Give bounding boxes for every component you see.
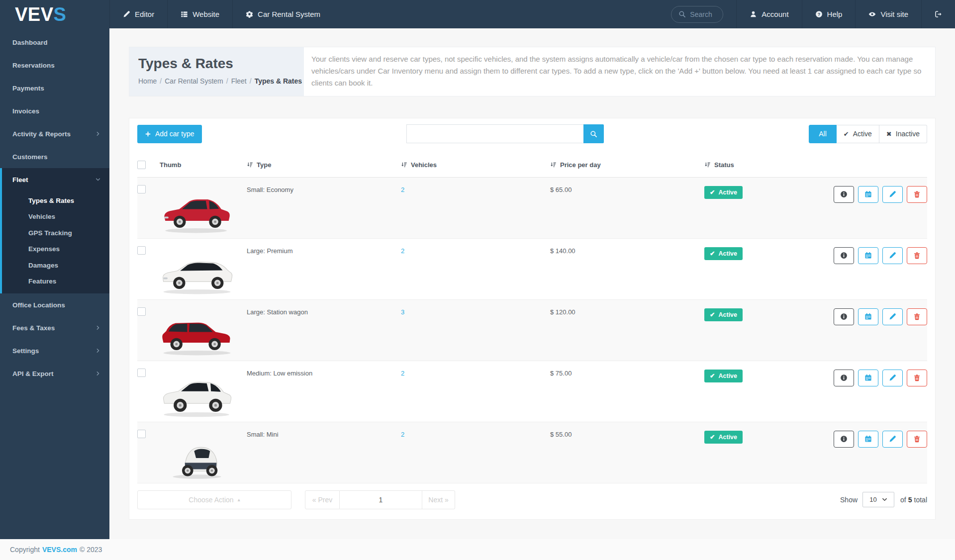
delete-button[interactable] — [907, 186, 927, 203]
edit-button[interactable] — [882, 186, 903, 203]
column-header-status[interactable]: Status — [704, 153, 834, 177]
sidebar-item-reservations[interactable]: Reservations — [0, 54, 109, 77]
info-button[interactable] — [834, 431, 854, 448]
search-icon — [590, 130, 597, 138]
filter-all[interactable]: All — [809, 125, 837, 143]
sidebar-item-expenses[interactable]: Expenses — [2, 241, 109, 258]
edit-button[interactable] — [882, 247, 903, 264]
add-car-type-button[interactable]: Add car type — [137, 125, 202, 143]
sidebar-item-gps-tracking[interactable]: GPS Tracking — [2, 225, 109, 241]
calendar-button[interactable] — [858, 370, 878, 386]
sidebar-item-features[interactable]: Features — [2, 274, 109, 290]
delete-button[interactable] — [907, 308, 927, 325]
check-icon: ✔ — [710, 433, 715, 441]
sidebar-item-label: Office Locations — [12, 301, 65, 309]
delete-button[interactable] — [907, 370, 927, 386]
delete-button[interactable] — [907, 247, 927, 264]
row-actions — [834, 186, 927, 203]
row-checkbox[interactable] — [137, 307, 146, 316]
column-header-type[interactable]: Type — [247, 153, 401, 177]
row-checkbox[interactable] — [137, 430, 146, 438]
row-checkbox[interactable] — [137, 369, 146, 377]
sidebar-item-label: Reservations — [12, 62, 55, 69]
gear-icon — [246, 10, 253, 18]
status-label: Active — [718, 250, 737, 257]
calendar-button[interactable] — [858, 308, 878, 325]
logo-text-white: VEV — [15, 5, 54, 24]
info-button[interactable] — [834, 308, 854, 325]
status-badge: ✔Active — [704, 431, 743, 444]
sidebar-item-customers[interactable]: Customers — [0, 145, 109, 168]
show-label: Show — [840, 496, 858, 504]
row-checkbox[interactable] — [137, 246, 146, 255]
caret-up-icon: ▴ — [238, 497, 240, 502]
check-icon: ✔ — [710, 311, 715, 318]
navbar-search-input[interactable] — [690, 10, 716, 18]
breadcrumb-home[interactable]: Home — [138, 77, 157, 85]
nav-item-car-rental-system[interactable]: Car Rental System — [232, 0, 333, 28]
vevs-com-link[interactable]: VEVS.com — [42, 546, 77, 554]
info-button[interactable] — [834, 186, 854, 203]
sidebar-item-fleet[interactable]: Fleet — [2, 168, 109, 191]
page-size-select[interactable]: 10 — [862, 492, 894, 507]
check-icon: ✔ — [844, 130, 849, 138]
info-button[interactable] — [834, 370, 854, 386]
prev-page-button[interactable]: « Prev — [305, 490, 340, 509]
nav-item-website[interactable]: Website — [167, 0, 232, 28]
column-header-price-per-day[interactable]: Price per day — [550, 153, 704, 177]
row-actions — [834, 431, 927, 448]
sidebar-item-activity-reports[interactable]: Activity & Reports — [0, 122, 109, 145]
select-all-checkbox[interactable] — [137, 161, 146, 169]
breadcrumb-car-rental-system[interactable]: Car Rental System — [165, 77, 223, 85]
edit-button[interactable] — [882, 308, 903, 325]
nav-item-account[interactable]: Account — [736, 0, 801, 28]
nav-item-editor[interactable]: Editor — [109, 0, 167, 28]
sidebar-section-fleet: FleetTypes & RatesVehiclesGPS TrackingEx… — [0, 168, 109, 293]
car-type: Small: Mini — [247, 422, 401, 483]
calendar-button[interactable] — [858, 186, 878, 203]
car-type: Large: Premium — [247, 238, 401, 299]
delete-button[interactable] — [907, 431, 927, 448]
info-button[interactable] — [834, 247, 854, 264]
nav-item-logout[interactable] — [921, 0, 955, 28]
sidebar-item-payments[interactable]: Payments — [0, 77, 109, 99]
sidebar-item-fees-taxes[interactable]: Fees & Taxes — [0, 316, 109, 339]
filter-inactive[interactable]: ✖Inactive — [879, 125, 927, 143]
edit-button[interactable] — [882, 431, 903, 448]
sidebar-item-api-export[interactable]: API & Export — [0, 362, 109, 385]
breadcrumb-fleet[interactable]: Fleet — [231, 77, 247, 85]
nav-item-visit-site[interactable]: Visit site — [855, 0, 921, 28]
vehicles-count-link[interactable]: 2 — [401, 370, 404, 377]
edit-button[interactable] — [882, 370, 903, 386]
column-header-vehicles[interactable]: Vehicles — [401, 153, 550, 177]
vehicles-count-link[interactable]: 2 — [401, 431, 404, 438]
vehicles-count-link[interactable]: 3 — [401, 308, 404, 316]
sidebar-item-label: Payments — [12, 85, 44, 92]
sidebar-item-dashboard[interactable]: Dashboard — [0, 31, 109, 54]
table-search-input[interactable] — [406, 124, 583, 143]
table-search-button[interactable] — [583, 124, 604, 143]
sidebar-item-office-locations[interactable]: Office Locations — [0, 293, 109, 316]
plus-icon — [145, 131, 151, 137]
vevs-logo[interactable]: VEV S — [0, 0, 109, 28]
sidebar-item-types-rates[interactable]: Types & Rates — [2, 192, 109, 209]
sidebar-item-settings[interactable]: Settings — [0, 339, 109, 362]
sidebar-item-invoices[interactable]: Invoices — [0, 99, 109, 122]
sidebar-item-label: Dashboard — [12, 39, 48, 46]
calendar-button[interactable] — [858, 247, 878, 264]
calendar-button[interactable] — [858, 431, 878, 448]
page-number-input[interactable] — [340, 490, 422, 509]
filter-label: Active — [853, 130, 872, 138]
vehicles-count-link[interactable]: 2 — [401, 247, 404, 255]
row-checkbox[interactable] — [137, 185, 146, 193]
vehicles-count-link[interactable]: 2 — [401, 186, 404, 193]
choose-action-button[interactable]: Choose Action ▴ — [137, 490, 291, 509]
nav-item-help[interactable]: ?Help — [802, 0, 856, 28]
navbar-search[interactable] — [671, 6, 723, 23]
filter-label: Inactive — [896, 130, 920, 138]
next-page-button[interactable]: Next » — [422, 490, 455, 509]
car-types-table: ThumbTypeVehiclesPrice per dayStatus Sma… — [137, 153, 927, 483]
filter-active[interactable]: ✔Active — [837, 125, 879, 143]
sidebar-item-vehicles[interactable]: Vehicles — [2, 209, 109, 225]
sidebar-item-damages[interactable]: Damages — [2, 257, 109, 274]
